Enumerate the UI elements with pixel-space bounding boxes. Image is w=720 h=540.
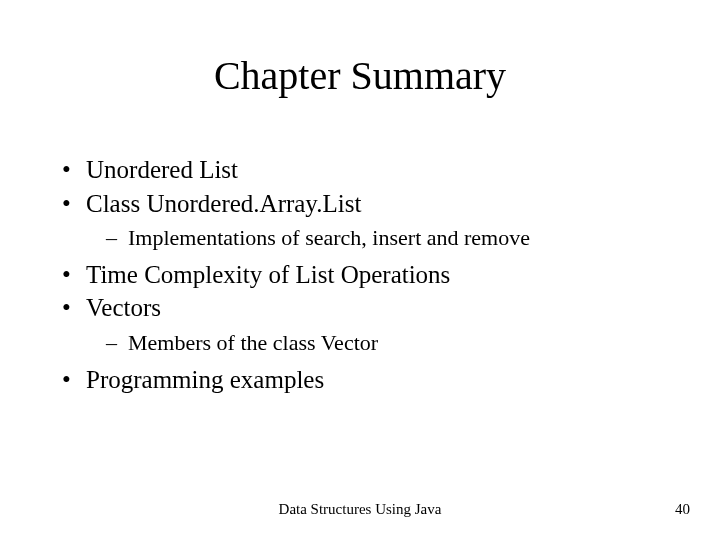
slide-body: Unordered List Class Unordered.Array.Lis… <box>58 155 668 398</box>
bullet-item: Vectors <box>58 293 668 324</box>
bullet-item: Unordered List <box>58 155 668 186</box>
sub-bullet-item: Implementations of search, insert and re… <box>58 225 668 252</box>
sub-bullet-item: Members of the class Vector <box>58 330 668 357</box>
bullet-item: Class Unordered.Array.List <box>58 189 668 220</box>
page-number: 40 <box>675 501 690 518</box>
footer-text: Data Structures Using Java <box>0 501 720 518</box>
bullet-item: Programming examples <box>58 365 668 396</box>
bullet-item: Time Complexity of List Operations <box>58 260 668 291</box>
slide: Chapter Summary Unordered List Class Uno… <box>0 0 720 540</box>
slide-title: Chapter Summary <box>0 52 720 99</box>
